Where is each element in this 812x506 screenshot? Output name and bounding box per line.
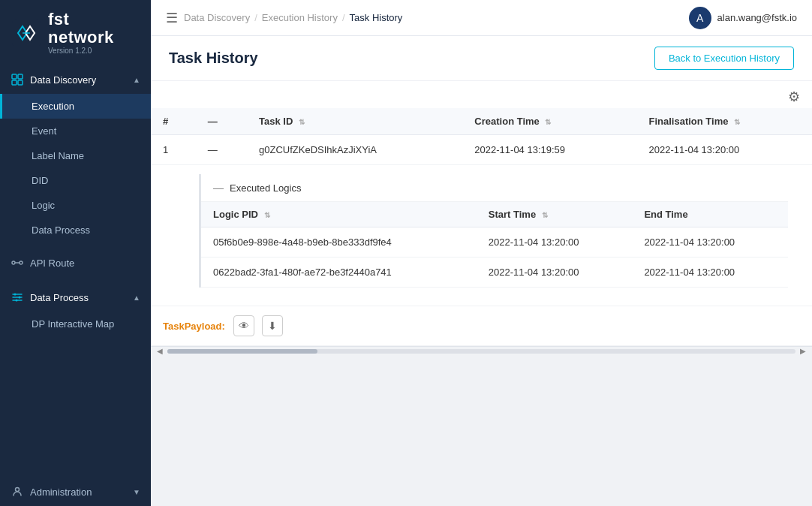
svg-point-11 — [16, 300, 18, 302]
sidebar-data-discovery-items: Execution Event Label Name DID Logic Dat… — [0, 94, 151, 242]
breadcrumb-sep-2: / — [342, 12, 345, 23]
inner-col-pid[interactable]: Logic PID ⇅ — [201, 202, 477, 227]
table-container: ⚙ # — Task ID ⇅ Creation Time ⇅ — [151, 81, 812, 346]
sort-icon-pid: ⇅ — [264, 211, 270, 219]
horizontal-scrollbar[interactable]: ◀ ▶ — [151, 346, 812, 355]
row-creation-time: 2022-11-04 13:19:59 — [462, 135, 636, 165]
chevron-up-icon: ▲ — [133, 76, 140, 84]
version-label: Version 1.2.0 — [48, 47, 139, 55]
svg-rect-5 — [18, 80, 23, 85]
sidebar-section-label-data-discovery: Data Discovery — [30, 74, 96, 86]
breadcrumb-task-history: Task History — [350, 12, 403, 23]
scroll-right-arrow[interactable]: ▶ — [800, 347, 806, 355]
dp-icon — [11, 291, 24, 304]
inner-header-row: Logic PID ⇅ Start Time ⇅ End Time — [201, 202, 788, 227]
sidebar-data-process-items: DP Interactive Map — [0, 312, 151, 336]
expanded-cell: — Executed Logics Logic PID ⇅ — [151, 165, 812, 306]
sidebar-item-label-api-route: API Route — [30, 258, 74, 269]
sidebar-item-label-name[interactable]: Label Name — [0, 143, 151, 168]
sidebar-item-event[interactable]: Event — [0, 119, 151, 143]
sidebar-item-data-process-sub[interactable]: Data Process — [0, 218, 151, 242]
sidebar-bottom: Administration ▼ — [0, 471, 151, 506]
hamburger-icon[interactable]: ☰ — [166, 10, 178, 26]
gear-icon: ⚙ — [788, 89, 800, 104]
col-finalisation-time[interactable]: Finalisation Time ⇅ — [636, 108, 812, 135]
topbar-left: ☰ Data Discovery / Execution History / T… — [166, 10, 402, 26]
table-toolbar: ⚙ — [151, 81, 812, 108]
task-history-table: # — Task ID ⇅ Creation Time ⇅ Finalisati… — [151, 108, 812, 346]
breadcrumb-data-discovery[interactable]: Data Discovery — [184, 12, 250, 23]
sidebar-section-label-data-process: Data Process — [30, 292, 89, 303]
download-icon: ⬇ — [268, 320, 277, 332]
expanded-row: — Executed Logics Logic PID ⇅ — [151, 165, 812, 306]
avatar: A — [689, 7, 711, 29]
logo-area: fst network Version 1.2.0 — [0, 0, 151, 59]
sort-icon-task-id: ⇅ — [299, 118, 305, 126]
admin-icon — [11, 485, 24, 498]
svg-point-12 — [16, 488, 20, 492]
inner-row-start-time-1: 2022-11-04 13:20:00 — [477, 227, 633, 258]
sidebar-section-data-process: Data Process ▲ DP Interactive Map — [0, 283, 151, 336]
executed-logics-table: Logic PID ⇅ Start Time ⇅ End Time — [201, 202, 788, 288]
sidebar-section-header-administration[interactable]: Administration ▼ — [0, 477, 151, 506]
svg-rect-2 — [12, 74, 17, 79]
collapse-icon[interactable]: — — [213, 182, 224, 194]
payload-icons: 👁 ⬇ — [233, 315, 283, 336]
svg-point-7 — [20, 261, 23, 264]
svg-rect-3 — [18, 74, 23, 79]
scroll-left-arrow[interactable]: ◀ — [157, 347, 163, 355]
row-expand[interactable]: — — [196, 135, 247, 165]
executed-logics-title: Executed Logics — [230, 182, 301, 194]
inner-row-pid-2: 0622bad2-3fa1-480f-ae72-be3f2440a741 — [201, 258, 477, 288]
chevron-up-icon-dp: ▲ — [133, 294, 140, 302]
scroll-thumb[interactable] — [167, 349, 317, 354]
page-title: Task History — [169, 50, 258, 67]
task-payload-label: TaskPayload: — [163, 321, 225, 332]
task-payload-row: TaskPayload: 👁 ⬇ — [151, 306, 812, 346]
sidebar-section-header-data-process[interactable]: Data Process ▲ — [0, 283, 151, 312]
sidebar-section-data-discovery: Data Discovery ▲ Execution Event Label N… — [0, 65, 151, 242]
topbar-right: A alan.wang@fstk.io — [689, 7, 797, 29]
sidebar-section-api-route: API Route — [0, 248, 151, 277]
sidebar-item-did[interactable]: DID — [0, 168, 151, 193]
row-finalisation-time: 2022-11-04 13:20:00 — [636, 135, 812, 165]
inner-row-pid-1: 05f6b0e9-898e-4a48-b9eb-8be333df9fe4 — [201, 227, 477, 258]
payload-download-button[interactable]: ⬇ — [262, 315, 283, 336]
sidebar-section-header-api-route[interactable]: API Route — [0, 248, 151, 277]
breadcrumb-execution-history[interactable]: Execution History — [262, 12, 338, 23]
payload-view-button[interactable]: 👁 — [233, 315, 254, 336]
back-to-execution-history-button[interactable]: Back to Execution History — [654, 47, 794, 70]
breadcrumb: Data Discovery / Execution History / Tas… — [184, 12, 402, 23]
grid-icon — [11, 73, 24, 86]
sort-icon-finalisation-time: ⇅ — [734, 118, 740, 126]
executed-logics-panel: — Executed Logics Logic PID ⇅ — [199, 174, 788, 288]
main-content: ☰ Data Discovery / Execution History / T… — [151, 0, 812, 506]
sidebar-item-execution[interactable]: Execution — [0, 94, 151, 119]
sidebar: fst network Version 1.2.0 Data Discovery… — [0, 0, 151, 506]
sidebar-section-administration: Administration ▼ — [0, 477, 151, 506]
svg-point-10 — [19, 297, 21, 299]
inner-row-end-time-1: 2022-11-04 13:20:00 — [632, 227, 788, 258]
breadcrumb-sep-1: / — [254, 12, 257, 23]
settings-button[interactable]: ⚙ — [788, 89, 800, 105]
page-header: Task History Back to Execution History — [151, 36, 812, 81]
sidebar-section-header-data-discovery[interactable]: Data Discovery ▲ — [0, 65, 151, 94]
table-row: 1 — g0ZCUfZKeDSIhkAzJiXYiA 2022-11-04 13… — [151, 135, 812, 165]
inner-row-start-time-2: 2022-11-04 13:20:00 — [477, 258, 633, 288]
col-task-id[interactable]: Task ID ⇅ — [247, 108, 462, 135]
inner-col-start-time[interactable]: Start Time ⇅ — [477, 202, 633, 227]
topbar: ☰ Data Discovery / Execution History / T… — [151, 0, 812, 36]
col-creation-time[interactable]: Creation Time ⇅ — [462, 108, 636, 135]
inner-col-end-time: End Time — [632, 202, 788, 227]
sidebar-item-logic[interactable]: Logic — [0, 193, 151, 218]
logo-icon — [12, 19, 41, 47]
task-payload-cell: TaskPayload: 👁 ⬇ — [151, 306, 812, 346]
logo-text: fst network Version 1.2.0 — [48, 11, 139, 55]
row-num: 1 — [151, 135, 196, 165]
sidebar-item-dp-interactive-map[interactable]: DP Interactive Map — [0, 312, 151, 336]
sidebar-item-label-administration: Administration — [30, 486, 92, 498]
svg-point-6 — [12, 261, 15, 264]
scroll-track[interactable] — [167, 349, 795, 354]
api-icon — [11, 256, 24, 270]
inner-table-row: 05f6b0e9-898e-4a48-b9eb-8be333df9fe4 202… — [201, 227, 788, 258]
